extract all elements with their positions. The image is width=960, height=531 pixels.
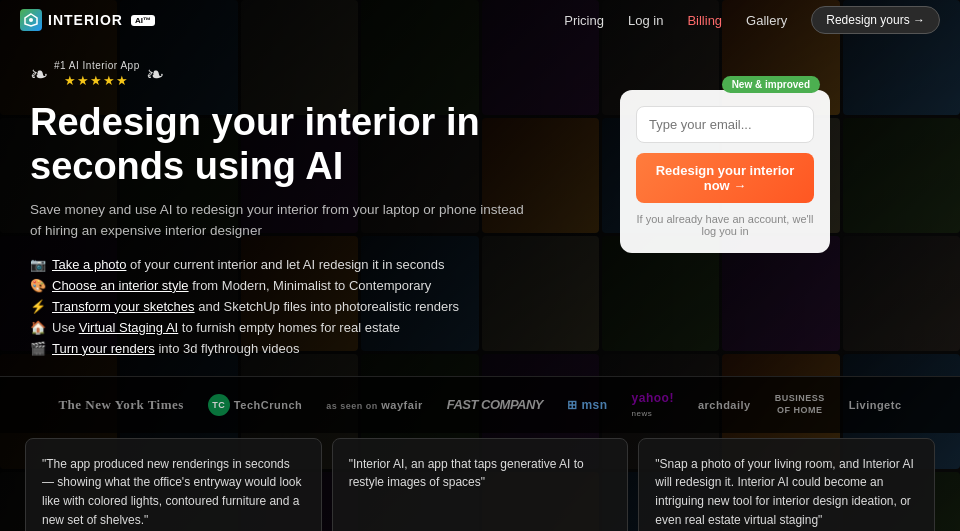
feature-item-4: 🏠 Use Virtual Staging AI to furnish empt… (30, 320, 590, 335)
award-badge: ❧ #1 AI Interior App ★★★★★ ❧ (30, 60, 590, 89)
header: INTERIOR AI™ Pricing Log in Billing Gall… (0, 0, 960, 40)
testimonial-text-3: "Snap a photo of your living room, and I… (655, 455, 918, 531)
feature-item-1: 📷 Take a photo of your current interior … (30, 257, 590, 272)
signup-card: Redesign your interior now → If you alre… (620, 90, 830, 253)
nav-login[interactable]: Log in (628, 13, 663, 28)
feature-item-2: 🎨 Choose an interior style from Modern, … (30, 278, 590, 293)
feature-item-5: 🎬 Turn your renders into 3d flythrough v… (30, 341, 590, 356)
laurel-left: ❧ (30, 62, 48, 88)
feature-link-1[interactable]: Take a photo (52, 257, 126, 272)
logo-icon (20, 9, 42, 31)
signin-hint: If you already have an account, we'll lo… (636, 213, 814, 237)
signup-panel: New & improved Redesign your interior no… (620, 90, 830, 253)
house-emoji: 🏠 (30, 320, 46, 335)
press-techcrunch: TC TechCrunch (208, 394, 302, 416)
press-livingetc: Livingetc (849, 399, 902, 411)
testimonial-card-1: "The app produced new renderings in seco… (25, 438, 322, 531)
film-emoji: 🎬 (30, 341, 46, 356)
testimonials-section: "The app produced new renderings in seco… (0, 433, 960, 531)
main-heading: Redesign your interior in seconds using … (30, 101, 590, 188)
paint-emoji: 🎨 (30, 278, 46, 293)
award-text: #1 AI Interior App ★★★★★ (54, 60, 140, 89)
camera-emoji: 📷 (30, 257, 46, 272)
header-cta-button[interactable]: Redesign yours → (811, 6, 940, 34)
logo-text: INTERIOR (48, 12, 123, 28)
feature-list: 📷 Take a photo of your current interior … (30, 257, 590, 356)
award-stars: ★★★★★ (64, 73, 129, 88)
testimonial-text-2: "Interior AI, an app that taps generativ… (349, 455, 612, 529)
feature-link-3[interactable]: Transform your sketches (52, 299, 195, 314)
press-wayfair: as seen on wayfair (326, 399, 423, 411)
logo: INTERIOR AI™ (20, 9, 155, 31)
laurel-right: ❧ (146, 62, 164, 88)
svg-point-1 (29, 18, 33, 22)
main-nav: Pricing Log in Billing Gallery Redesign … (564, 6, 940, 34)
feature-link-4[interactable]: Virtual Staging AI (79, 320, 179, 335)
testimonial-card-3: "Snap a photo of your living room, and I… (638, 438, 935, 531)
press-nyt: The New York Times (58, 397, 183, 413)
subtitle: Save money and use AI to redesign your i… (30, 200, 530, 241)
press-msn: ⊞ msn (567, 398, 608, 412)
press-section: The New York Times TC TechCrunch as seen… (0, 376, 960, 433)
main-content: ❧ #1 AI Interior App ★★★★★ ❧ Redesign yo… (0, 40, 960, 376)
redesign-button[interactable]: Redesign your interior now → (636, 153, 814, 203)
left-column: ❧ #1 AI Interior App ★★★★★ ❧ Redesign yo… (30, 60, 590, 356)
logo-ai-badge: AI™ (131, 15, 155, 26)
nav-billing[interactable]: Billing (687, 13, 722, 28)
feature-link-5[interactable]: Turn your renders (52, 341, 155, 356)
press-yahoo: yahoo!news (632, 391, 674, 419)
press-fastcompany: FAST COMPANY (447, 397, 543, 412)
nav-pricing[interactable]: Pricing (564, 13, 604, 28)
press-archdaily: archdaily (698, 399, 751, 411)
lightning-emoji: ⚡ (30, 299, 46, 314)
nav-gallery[interactable]: Gallery (746, 13, 787, 28)
new-improved-badge: New & improved (722, 76, 820, 93)
award-laurel: ❧ #1 AI Interior App ★★★★★ ❧ (30, 60, 164, 89)
tc-icon: TC (208, 394, 230, 416)
testimonial-card-2: "Interior AI, an app that taps generativ… (332, 438, 629, 531)
testimonial-text-1: "The app produced new renderings in seco… (42, 455, 305, 529)
award-title: #1 AI Interior App (54, 60, 140, 71)
feature-link-2[interactable]: Choose an interior style (52, 278, 189, 293)
press-boh: BUSINESSOF HOME (775, 393, 825, 416)
email-input[interactable] (636, 106, 814, 143)
feature-item-3: ⚡ Transform your sketches and SketchUp f… (30, 299, 590, 314)
